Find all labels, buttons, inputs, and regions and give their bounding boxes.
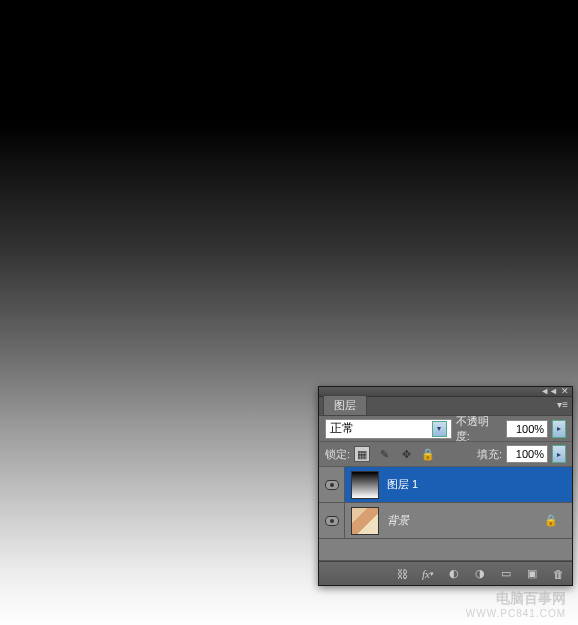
layer-row[interactable]: 背景 🔒: [319, 503, 572, 539]
lock-fill-row: 锁定: ▦ ✎ ✥ 🔒 填充: 100% ▸: [319, 442, 572, 467]
trash-icon[interactable]: 🗑: [550, 566, 566, 582]
visibility-toggle[interactable]: [319, 503, 345, 538]
layer-thumbnail[interactable]: [351, 507, 379, 535]
blend-mode-select[interactable]: 正常 ▾: [325, 419, 452, 439]
collapse-icon[interactable]: ◄◄: [540, 387, 558, 396]
layers-panel: ◄◄ ✕ 图层 ▾≡ 正常 ▾ 不透明度: 100% ▸ 锁定: ▦ ✎ ✥ 🔒: [318, 386, 573, 586]
fill-label: 填充:: [477, 447, 502, 462]
mask-icon[interactable]: ◐: [446, 566, 462, 582]
lock-transparency-icon[interactable]: ▦: [354, 446, 370, 462]
eye-icon: [325, 480, 339, 490]
lock-brush-icon[interactable]: ✎: [376, 446, 392, 462]
blend-opacity-row: 正常 ▾ 不透明度: 100% ▸: [319, 416, 572, 442]
group-icon[interactable]: ▭: [498, 566, 514, 582]
fx-icon[interactable]: fx▾: [420, 566, 436, 582]
watermark-url: WWW.PC841.COM: [466, 608, 566, 619]
empty-layer-area: [319, 539, 572, 561]
chevron-down-icon: ▾: [432, 421, 447, 437]
visibility-toggle[interactable]: [319, 467, 345, 502]
layer-name: 图层 1: [387, 477, 418, 492]
panel-footer: ⛓ fx▾ ◐ ◑ ▭ ▣ 🗑: [319, 561, 572, 585]
lock-indicator-icon: 🔒: [544, 514, 558, 527]
new-layer-icon[interactable]: ▣: [524, 566, 540, 582]
layer-thumbnail[interactable]: [351, 471, 379, 499]
layer-content[interactable]: 背景 🔒: [345, 503, 572, 538]
fill-input[interactable]: 100%: [506, 445, 548, 463]
lock-label: 锁定:: [325, 447, 350, 462]
opacity-flyout-icon[interactable]: ▸: [552, 420, 566, 438]
link-icon[interactable]: ⛓: [394, 566, 410, 582]
panel-body: 正常 ▾ 不透明度: 100% ▸ 锁定: ▦ ✎ ✥ 🔒 填充: 100% ▸: [319, 415, 572, 585]
opacity-label: 不透明度:: [456, 414, 503, 444]
opacity-input[interactable]: 100%: [506, 420, 548, 438]
layers-list: 图层 1 背景 🔒: [319, 467, 572, 561]
blend-mode-value: 正常: [330, 420, 354, 437]
tab-layers[interactable]: 图层: [323, 395, 367, 415]
layer-row[interactable]: 图层 1: [319, 467, 572, 503]
lock-icons: ▦ ✎ ✥ 🔒: [354, 446, 436, 462]
panel-tabs: 图层 ▾≡: [319, 397, 572, 415]
watermark-text: 电脑百事网: [466, 590, 566, 608]
eye-icon: [325, 516, 339, 526]
layer-name: 背景: [387, 513, 409, 528]
layer-content[interactable]: 图层 1: [345, 467, 572, 502]
lock-move-icon[interactable]: ✥: [398, 446, 414, 462]
watermark: 电脑百事网 WWW.PC841.COM: [466, 590, 566, 619]
panel-menu-icon[interactable]: ▾≡: [557, 399, 568, 410]
adjustment-icon[interactable]: ◑: [472, 566, 488, 582]
fill-flyout-icon[interactable]: ▸: [552, 445, 566, 463]
lock-all-icon[interactable]: 🔒: [420, 446, 436, 462]
close-icon[interactable]: ✕: [561, 387, 569, 396]
